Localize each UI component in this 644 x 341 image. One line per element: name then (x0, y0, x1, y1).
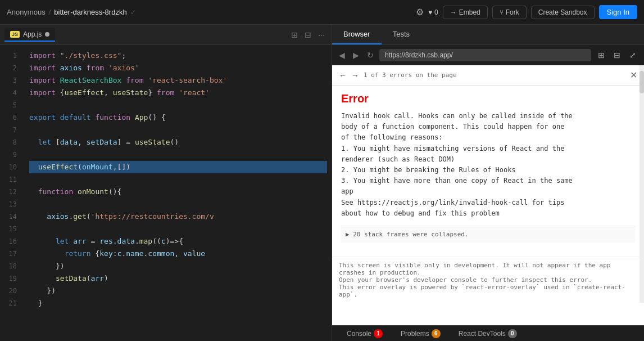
external-link-button[interactable]: ⊞ (595, 50, 608, 61)
error-next-button[interactable]: → (351, 71, 359, 80)
url-bar[interactable] (379, 49, 591, 61)
create-sandbox-button[interactable]: Create Sandbox (531, 6, 595, 19)
refresh-button[interactable]: ↻ (365, 50, 376, 61)
fullscreen-button[interactable]: ⤢ (626, 50, 640, 61)
tab-label: App.js (23, 30, 42, 38)
tab-tests[interactable]: Tests (382, 25, 421, 44)
project-name: bitter-darkness-8rdzkh (54, 8, 126, 16)
tab-modified-dot (45, 32, 49, 37)
error-close-button[interactable]: ✕ (630, 70, 637, 80)
tab-browser[interactable]: Browser (332, 25, 382, 44)
problems-badge: 6 (432, 329, 441, 338)
code-lines[interactable]: import "./styles.css"; import axios from… (22, 45, 332, 341)
scrollbar-thumb (640, 71, 644, 93)
scrollbar[interactable] (640, 65, 644, 303)
more-options-button[interactable]: ··· (316, 29, 327, 41)
embed-button[interactable]: → Embed (443, 6, 488, 19)
error-counter: 1 of 3 errors on the page (364, 71, 457, 79)
editor-tabs: JS App.js ⊞ ⊟ ··· (0, 25, 332, 45)
browser-tabs: Browser Tests (332, 25, 644, 45)
error-title: Error (341, 92, 635, 105)
error-body: Error Invalid hook call. Hooks can only … (332, 86, 644, 257)
error-header: ← → 1 of 3 errors on the page ✕ (332, 65, 644, 86)
error-footer: This screen is visible only in developme… (332, 257, 644, 303)
fork-button[interactable]: ⑂ Fork (492, 6, 527, 19)
browser-panel: Browser Tests ◀ ▶ ↻ ⊞ ⊟ ⤢ ← → 1 of 3 (332, 25, 644, 341)
line-numbers: 12345 678910 1112131415 1617181920 21 (0, 45, 22, 341)
layout-button[interactable]: ⊟ (610, 50, 624, 61)
browser-content: ← → 1 of 3 errors on the page ✕ Error In… (332, 65, 644, 325)
error-stack[interactable]: ▶ 20 stack frames were collapsed. (341, 226, 635, 243)
forward-button[interactable]: ▶ (351, 50, 361, 61)
back-button[interactable]: ◀ (337, 50, 347, 61)
bottom-bar: Console 1 Problems 6 React DevTools 0 (332, 325, 644, 341)
browser-action-buttons: ⊞ ⊟ ⤢ (595, 50, 640, 61)
header-right: ⚙ ♥ 0 → Embed ⑂ Fork Create Sandbox Sign… (416, 5, 637, 19)
error-message: Invalid hook call. Hooks can only be cal… (341, 111, 635, 219)
error-prev-button[interactable]: ← (339, 71, 347, 80)
heart-button[interactable]: ♥ 0 (428, 8, 438, 16)
editor-panel: JS App.js ⊞ ⊟ ··· 12345 678910 111213141… (0, 25, 332, 341)
separator: / (49, 8, 51, 16)
embed-arrow-icon: → (450, 8, 457, 16)
heart-icon: ♥ (428, 8, 432, 16)
console-badge: 1 (374, 329, 383, 338)
collapse-editor-button[interactable]: ⊟ (302, 29, 314, 41)
main-content: JS App.js ⊞ ⊟ ··· 12345 678910 111213141… (0, 25, 644, 341)
verified-icon: ✓ (130, 8, 136, 16)
user-label: Anonymous (7, 8, 46, 16)
error-overlay: ← → 1 of 3 errors on the page ✕ Error In… (332, 65, 644, 303)
tab-app-js[interactable]: JS App.js (4, 28, 55, 42)
console-tab[interactable]: Console 1 (339, 327, 391, 340)
header-left: Anonymous / bitter-darkness-8rdzkh ✓ (7, 8, 136, 16)
js-badge: JS (10, 31, 20, 38)
header: Anonymous / bitter-darkness-8rdzkh ✓ ⚙ ♥… (0, 0, 644, 25)
settings-button[interactable]: ⚙ (416, 7, 424, 17)
devtools-badge: 0 (508, 329, 517, 338)
sign-in-button[interactable]: Sign In (599, 5, 637, 19)
heart-count: 0 (434, 8, 438, 16)
react-devtools-tab[interactable]: React DevTools 0 (451, 327, 525, 340)
tab-icons: ⊞ ⊟ ··· (289, 29, 327, 41)
browser-toolbar: ◀ ▶ ↻ ⊞ ⊟ ⤢ (332, 45, 644, 65)
fork-icon: ⑂ (500, 8, 504, 16)
split-editor-button[interactable]: ⊞ (289, 29, 300, 41)
problems-tab[interactable]: Problems 6 (393, 327, 448, 340)
code-editor: 12345 678910 1112131415 1617181920 21 im… (0, 45, 332, 341)
